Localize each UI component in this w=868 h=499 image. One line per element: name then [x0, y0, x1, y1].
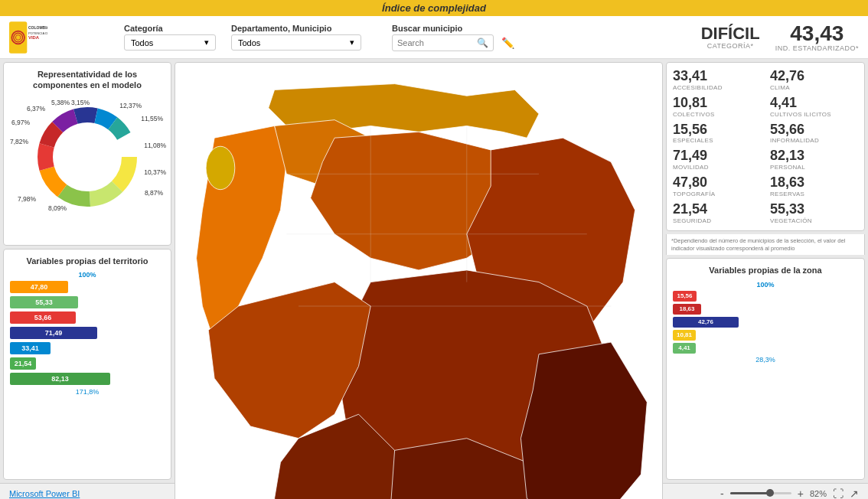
- stat-cat: COLECTIVOS: [673, 111, 761, 118]
- main-header: COLOMBIA POTENCIA DE LA VIDA Categoría T…: [0, 16, 868, 59]
- zone-bar-item: 42,76: [673, 317, 858, 328]
- stat-cell: 53,66 INFORMALIDAD: [770, 122, 858, 145]
- stats-grid: 33,41 ACCESIBILIDAD 42,76 CLIMA 10,81 CO…: [666, 62, 865, 231]
- categoria-dropdown-group: Categoría Todos ▾: [124, 24, 216, 51]
- donut-container: 12,37% 11,55% 11,08% 10,37% 8,87% 8,09% …: [10, 96, 165, 218]
- bar-track: 47,80: [10, 281, 68, 293]
- zone-bar-item: 10,81: [673, 330, 858, 341]
- bar-track: 71,49: [10, 327, 97, 339]
- stat-val: 4,41: [770, 96, 858, 111]
- stat-val: 47,80: [673, 175, 761, 191]
- donut-labels: 12,37% 11,55% 11,08% 10,37% 8,87% 8,09% …: [10, 96, 165, 218]
- stat-cat: ACCESIBILIDAD: [673, 84, 761, 91]
- eraser-icon[interactable]: ✏️: [501, 37, 514, 49]
- stat-cell: 55,33 VEGETACIÓN: [770, 202, 858, 224]
- stat-cell: 18,63 RESERVAS: [770, 175, 858, 197]
- main-category-block: DIFÍCIL CATEGORÍA*: [701, 25, 760, 50]
- stat-cat: TOPOGRAFÍA: [673, 191, 761, 197]
- zone-bar: 10,81: [673, 330, 696, 341]
- stat-cell: 4,41 CULTIVOS ILICITOS: [770, 96, 858, 118]
- depto-value: Todos: [238, 38, 260, 47]
- right-panel: 33,41 ACCESIBILIDAD 42,76 CLIMA 10,81 CO…: [666, 62, 865, 480]
- stat-val: 15,56: [673, 122, 761, 138]
- stat-cat: INFORMALIDAD: [770, 137, 858, 144]
- main-index-value: 43,43: [790, 23, 844, 44]
- categoria-select[interactable]: Todos ▾: [124, 34, 216, 51]
- main-category-label: CATEGORÍA*: [707, 42, 754, 50]
- logo-area: COLOMBIA POTENCIA DE LA VIDA: [9, 21, 109, 54]
- stat-cat: CULTIVOS ILICITOS: [770, 111, 858, 118]
- map-card: < Indicador de dificultad >: [175, 62, 663, 499]
- banner-title: Índice de complejidad: [382, 2, 486, 14]
- stat-val: 53,66: [770, 122, 858, 138]
- bar-item: 71,49: [10, 327, 165, 339]
- zone-chart-title: Variables propias de la zona: [673, 265, 858, 276]
- zoom-slider[interactable]: [730, 492, 791, 494]
- svg-text:VIDA: VIDA: [28, 35, 40, 40]
- stat-val: 71,49: [673, 148, 761, 164]
- stat-cell: 82,13 PERSONAL: [770, 148, 858, 171]
- main-category-value: DIFÍCIL: [701, 25, 760, 42]
- stat-cat: PERSONAL: [770, 164, 858, 171]
- bar-item: 33,41: [10, 342, 165, 354]
- depto-select[interactable]: Todos ▾: [231, 34, 361, 51]
- donut-label-9: 6,37%: [27, 105, 45, 113]
- main-index-block: 43,43 IND. ESTANDARIZADO*: [775, 23, 859, 52]
- donut-chart-card: Representatividad de los componentes en …: [3, 62, 171, 246]
- stat-val: 55,33: [770, 202, 858, 217]
- donut-label-3: 10,37%: [144, 168, 166, 176]
- stat-val: 18,63: [770, 175, 858, 191]
- stat-cell: 15,56 ESPECIALES: [673, 122, 761, 145]
- bar-item: 55,33: [10, 296, 165, 308]
- powerbi-link[interactable]: Microsoft Power BI: [9, 489, 80, 498]
- zone-top-label: 100%: [673, 281, 858, 289]
- colombia-logo-icon: COLOMBIA POTENCIA DE LA VIDA: [9, 21, 47, 54]
- stat-cell: 71,49 MOVILIDAD: [673, 148, 761, 171]
- donut-label-4: 8,87%: [145, 189, 163, 197]
- svg-text:COLOMBIA: COLOMBIA: [28, 25, 47, 30]
- slider-fill: [730, 492, 770, 494]
- bar-track: 55,33: [10, 296, 78, 308]
- footer-right: - + 82% ⛶ ↗: [720, 488, 859, 500]
- svg-text:POTENCIA DE LA: POTENCIA DE LA: [28, 31, 47, 34]
- depto-label: Departamento, Municipio: [231, 24, 361, 33]
- fullscreen-icon[interactable]: ⛶: [833, 488, 844, 500]
- donut-label-1: 11,55%: [141, 115, 163, 122]
- stat-val: 10,81: [673, 96, 761, 111]
- colombia-map-svg: [178, 66, 659, 499]
- bar-item: 21,54: [10, 357, 165, 370]
- slider-track: [730, 492, 791, 494]
- expand-icon[interactable]: ↗: [850, 488, 859, 500]
- search-label: Buscar municipio: [392, 24, 514, 33]
- bar-item: 82,13: [10, 373, 165, 385]
- zoom-minus-button[interactable]: -: [720, 488, 724, 500]
- zone-bar-container: 15,56 18,63 42,76 10,81 4,41: [673, 291, 858, 354]
- bar-item: 47,80: [10, 281, 165, 293]
- bar-track: 53,66: [10, 311, 76, 324]
- center-panel: < Indicador de dificultad >: [175, 62, 663, 480]
- bar-track: 82,13: [10, 373, 110, 385]
- donut-label-11: 3,15%: [71, 99, 90, 106]
- bar-chart-title: Variables propias del territorio: [10, 256, 165, 266]
- slider-thumb: [766, 489, 774, 497]
- zoom-plus-button[interactable]: +: [798, 488, 804, 500]
- donut-label-0: 12,37%: [119, 102, 142, 109]
- donut-label-2: 11,08%: [144, 142, 166, 149]
- zone-chart-card: Variables propias de la zona 100% 15,56 …: [666, 258, 865, 480]
- bar-track: 33,41: [10, 342, 51, 354]
- stat-cat: SEGURIDAD: [673, 217, 761, 224]
- search-input[interactable]: [397, 38, 474, 47]
- svg-marker-27: [520, 342, 647, 499]
- stat-val: 33,41: [673, 69, 761, 84]
- donut-label-8: 6,97%: [11, 119, 30, 126]
- content-area: Representatividad de los componentes en …: [0, 59, 868, 483]
- stat-cell: 21,54 SEGURIDAD: [673, 202, 761, 224]
- stat-cat: ESPECIALES: [673, 137, 761, 144]
- stat-val: 82,13: [770, 148, 858, 164]
- main-index-label: IND. ESTANDARIZADO*: [775, 44, 859, 52]
- header-right-stats: DIFÍCIL CATEGORÍA* 43,43 IND. ESTANDARIZ…: [701, 23, 859, 52]
- bar-track: 21,54: [10, 357, 36, 370]
- categoria-label: Categoría: [124, 24, 216, 33]
- stat-cell: 47,80 TOPOGRAFÍA: [673, 175, 761, 197]
- bar-top-label: 100%: [10, 271, 165, 279]
